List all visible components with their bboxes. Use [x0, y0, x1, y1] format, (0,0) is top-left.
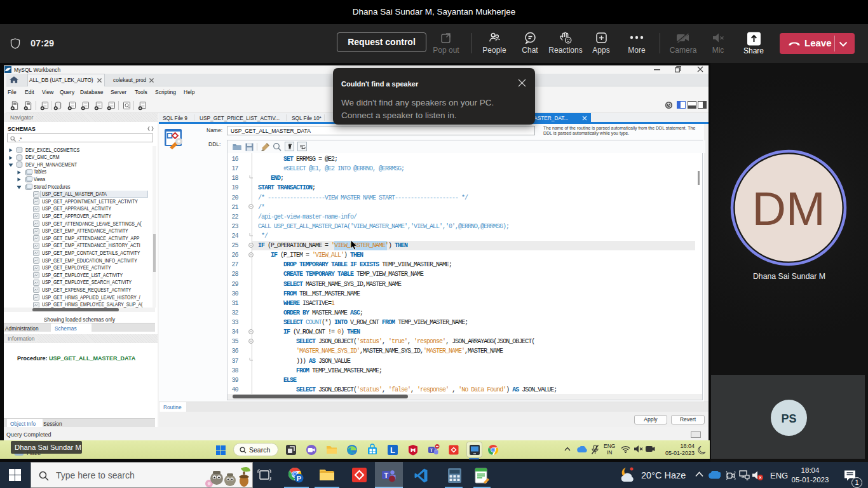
svg-text:L: L	[390, 445, 395, 455]
svg-text:T: T	[384, 471, 388, 479]
svg-text:PS: PS	[781, 412, 796, 425]
svg-text:DM: DM	[752, 182, 825, 235]
svg-text:T: T	[430, 447, 433, 453]
svg-text:P: P	[297, 475, 301, 482]
